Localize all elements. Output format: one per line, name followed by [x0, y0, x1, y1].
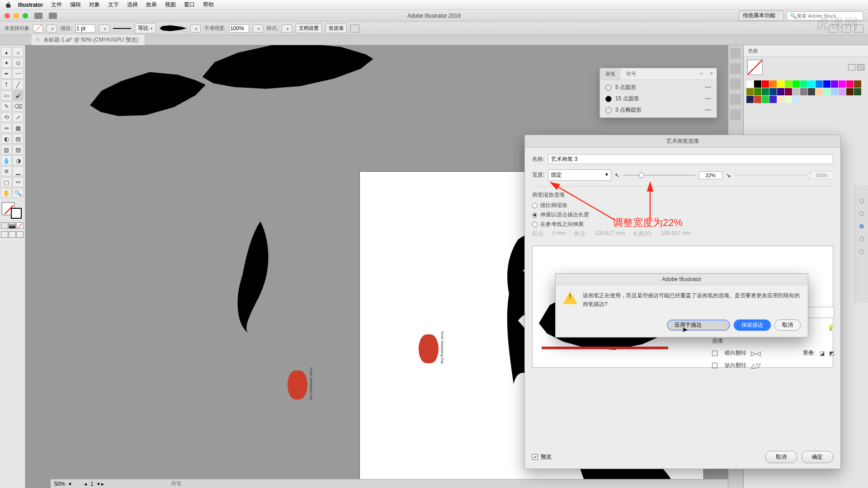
symbol-sprayer-tool-icon[interactable]: ✲: [1, 166, 12, 176]
rectangle-tool-icon[interactable]: ▭: [1, 90, 12, 100]
apply-to-strokes-button[interactable]: 应用于描边: [667, 319, 730, 331]
menu-edit[interactable]: 编辑: [70, 1, 81, 9]
brush-list-item[interactable]: 3 点椭圆形〰: [604, 104, 713, 116]
blend-tool-icon[interactable]: ◑: [13, 155, 24, 165]
swatch-cell[interactable]: [800, 88, 807, 95]
home-icon[interactable]: [34, 13, 42, 19]
close-window-icon[interactable]: [5, 13, 10, 19]
nav-dot[interactable]: [859, 211, 864, 216]
flip-right-icon[interactable]: ↘: [726, 172, 731, 178]
free-transform-tool-icon[interactable]: ▦: [13, 123, 24, 133]
menu-type[interactable]: 文字: [108, 1, 119, 9]
artboard-tool-icon[interactable]: ▢: [1, 177, 12, 187]
draw-normal-icon[interactable]: [1, 231, 8, 238]
libraries-panel-icon[interactable]: [730, 79, 741, 89]
appearance-panel-icon[interactable]: [730, 94, 741, 105]
layers-panel-icon[interactable]: [730, 63, 741, 74]
swatch-cell[interactable]: [846, 88, 854, 95]
hand-tool-icon[interactable]: ✋: [1, 188, 12, 198]
brush-definition-icon[interactable]: [160, 25, 187, 32]
style-dropdown[interactable]: [282, 24, 292, 33]
swatch-cell[interactable]: [754, 88, 761, 95]
mesh-tool-icon[interactable]: ▥: [1, 145, 12, 155]
brush-list-item[interactable]: 15 点圆形〰: [604, 93, 713, 104]
swatch-cell[interactable]: [808, 88, 815, 95]
zoom-tool-icon[interactable]: 🔍: [13, 188, 24, 198]
swatch-cell[interactable]: [831, 80, 838, 88]
paintbrush-tool-icon[interactable]: 🖌: [13, 90, 24, 100]
pen-tool-icon[interactable]: ✒: [1, 69, 12, 79]
opacity-dropdown[interactable]: [253, 24, 263, 33]
selection-tool-icon[interactable]: ▴: [1, 47, 12, 57]
swatch-cell[interactable]: [816, 80, 823, 88]
swatch-cell[interactable]: [777, 88, 784, 95]
swatch-cell[interactable]: [793, 96, 800, 103]
lasso-tool-icon[interactable]: ⊙: [13, 58, 24, 68]
column-graph-tool-icon[interactable]: ▁: [13, 166, 24, 176]
leave-strokes-button[interactable]: 保留描边: [734, 319, 771, 331]
nav-dot[interactable]: [859, 199, 864, 203]
swatch-list-view-icon[interactable]: [848, 64, 855, 70]
swatch-cell[interactable]: [746, 88, 754, 95]
properties-panel-icon[interactable]: [730, 48, 741, 59]
width-slider[interactable]: [623, 175, 695, 176]
direct-selection-tool-icon[interactable]: ▵: [13, 47, 24, 57]
perspective-tool-icon[interactable]: ▤: [13, 134, 24, 144]
flip-v-checkbox[interactable]: [712, 363, 717, 368]
menu-window[interactable]: 窗口: [184, 1, 195, 9]
swatch-cell[interactable]: [846, 80, 854, 88]
swatch-cell[interactable]: [746, 80, 754, 88]
swatch-cell[interactable]: [793, 80, 800, 88]
preview-checkbox[interactable]: [532, 454, 538, 460]
swatch-cell[interactable]: [823, 88, 830, 95]
close-tab-icon[interactable]: ×: [36, 37, 39, 43]
overlap-mode-2-icon[interactable]: ◩: [829, 350, 834, 357]
panel-menu-icon[interactable]: [854, 24, 863, 33]
swatch-cell[interactable]: [816, 88, 823, 95]
overlap-mode-1-icon[interactable]: ◪: [820, 350, 825, 357]
stroke-weight-dropdown[interactable]: [99, 24, 109, 33]
preferences-button[interactable]: 首选项: [326, 23, 347, 33]
none-mode-icon[interactable]: [16, 222, 24, 229]
draw-behind-icon[interactable]: [9, 231, 16, 238]
cancel-button[interactable]: 取消: [765, 451, 797, 463]
swatch-cell[interactable]: [854, 88, 861, 95]
panel-collapse-icon[interactable]: »: [696, 68, 706, 80]
width-value-input[interactable]: 22%: [699, 171, 722, 179]
zoom-level[interactable]: 50%: [54, 481, 65, 487]
line-tool-icon[interactable]: ╱: [13, 80, 24, 89]
swatch-cell[interactable]: [793, 88, 800, 95]
swatch-cell[interactable]: [785, 96, 792, 103]
swatch-cell[interactable]: [769, 80, 777, 88]
swatch-cell[interactable]: [839, 80, 846, 88]
panel-menu-icon[interactable]: ≡: [707, 68, 717, 80]
radio-proportional[interactable]: 按比例缩放: [532, 202, 833, 209]
fill-dropdown[interactable]: [47, 24, 57, 33]
graphic-styles-panel-icon[interactable]: [730, 109, 741, 120]
curvature-tool-icon[interactable]: 〰: [13, 69, 24, 79]
opacity-input[interactable]: [229, 24, 249, 33]
swatch-cell[interactable]: [823, 80, 830, 88]
swatch-cell[interactable]: [777, 80, 784, 88]
menu-help[interactable]: 帮助: [203, 1, 214, 9]
current-fill-icon[interactable]: [747, 60, 763, 75]
document-tab[interactable]: × 未标题-1.ai* @ 50% (CMYK/GPU 预览): [32, 35, 145, 45]
gradient-mode-icon[interactable]: [9, 222, 16, 229]
gradient-tool-icon[interactable]: ▨: [13, 145, 24, 155]
zoom-window-icon[interactable]: [23, 13, 28, 19]
swatch-cell[interactable]: [754, 80, 761, 88]
align-icon[interactable]: [350, 24, 359, 33]
radio-stretch-fit[interactable]: 伸展以适合描边长度: [532, 211, 833, 219]
stroke-weight-input[interactable]: [75, 24, 95, 33]
swatch-cell[interactable]: [769, 88, 777, 95]
draw-inside-icon[interactable]: [16, 231, 24, 238]
eraser-tool-icon[interactable]: ⌫: [13, 101, 24, 111]
swatch-grid-view-icon[interactable]: [857, 64, 864, 70]
swatch-cell[interactable]: [762, 88, 769, 95]
arrange-documents-icon[interactable]: [49, 13, 57, 19]
swatch-cell[interactable]: [777, 96, 784, 103]
isolate-icon[interactable]: [842, 24, 851, 33]
flip-h-checkbox[interactable]: [712, 351, 717, 356]
swatch-cell[interactable]: [785, 80, 792, 88]
menu-select[interactable]: 选择: [127, 1, 138, 9]
